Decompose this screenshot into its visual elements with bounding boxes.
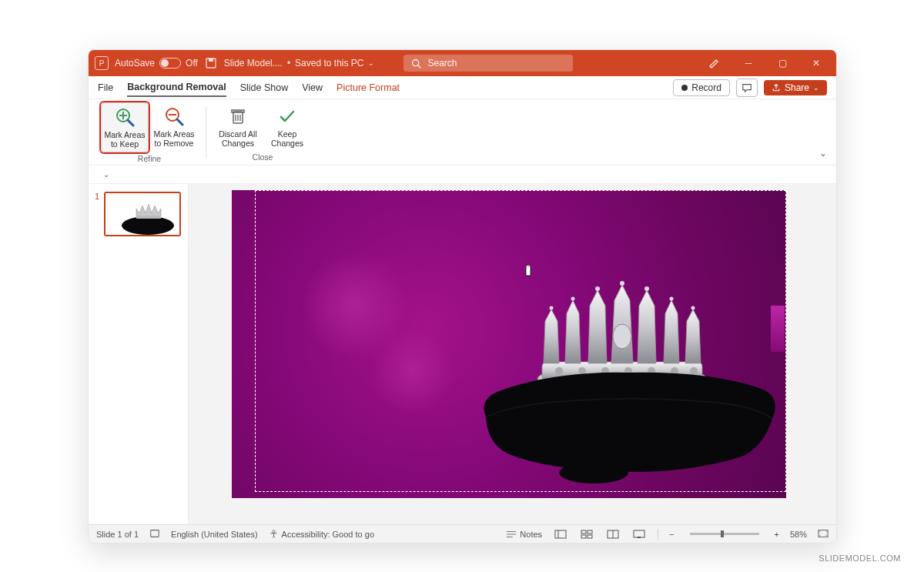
tab-slide-show[interactable]: Slide Show xyxy=(240,79,289,96)
svg-point-32 xyxy=(669,297,673,301)
record-label: Record xyxy=(691,82,721,93)
svg-point-15 xyxy=(122,216,174,235)
discard-label: Discard All Changes xyxy=(216,129,260,148)
svg-rect-45 xyxy=(581,535,586,538)
ribbon-collapse-button[interactable]: ⌄ xyxy=(819,148,827,159)
notes-icon xyxy=(506,530,517,539)
svg-rect-36 xyxy=(151,530,159,537)
reading-view-button[interactable] xyxy=(605,528,621,540)
mark-keep-icon xyxy=(114,106,136,128)
keep-icon xyxy=(276,105,298,127)
mark-remove-icon xyxy=(163,105,185,127)
doc-name-text: Slide Model.... xyxy=(224,58,283,69)
svg-rect-46 xyxy=(588,535,592,538)
save-state-text: Saved to this PC xyxy=(295,58,363,69)
mark-remove-label: Mark Areas to Remove xyxy=(152,129,196,148)
svg-point-31 xyxy=(644,286,649,291)
pillow-image xyxy=(478,363,778,487)
normal-view-button[interactable] xyxy=(553,528,568,540)
ribbon-group-close: Discard All Changes Keep Changes Close xyxy=(206,102,319,163)
svg-rect-44 xyxy=(588,530,592,534)
svg-line-3 xyxy=(418,65,420,67)
zoom-slider[interactable] xyxy=(690,533,759,535)
keep-changes-button[interactable]: Keep Changes xyxy=(263,102,311,151)
svg-rect-16 xyxy=(136,216,161,219)
record-button[interactable]: Record xyxy=(673,79,730,96)
artifact-strip xyxy=(771,306,785,352)
svg-point-30 xyxy=(620,281,624,286)
svg-point-2 xyxy=(413,59,419,65)
slide-canvas-area[interactable] xyxy=(189,184,836,524)
fit-to-window-button[interactable] xyxy=(818,529,829,540)
accessibility-status[interactable]: Accessibility: Good to go xyxy=(269,529,374,539)
zoom-level[interactable]: 58% xyxy=(790,530,807,539)
svg-rect-49 xyxy=(634,530,644,537)
attribution-watermark: SLIDEMODEL.COM xyxy=(819,554,901,563)
chevron-down-icon: ⌄ xyxy=(368,59,374,67)
record-dot-icon xyxy=(681,85,688,91)
bokeh-blob xyxy=(370,329,455,413)
autosave-state: Off xyxy=(186,58,198,69)
search-box[interactable]: Search xyxy=(403,55,573,72)
autosave-toggle[interactable]: AutoSave Off xyxy=(115,58,198,69)
svg-point-34 xyxy=(613,324,631,349)
toggle-switch-icon xyxy=(159,58,181,69)
close-button[interactable]: ✕ xyxy=(802,50,830,76)
powerpoint-window: P AutoSave Off Slide Model.... • Saved t… xyxy=(88,49,837,544)
minimize-button[interactable]: ─ xyxy=(735,50,762,76)
save-icon[interactable] xyxy=(204,56,218,70)
chevron-down-icon: ⌄ xyxy=(813,84,819,92)
svg-point-33 xyxy=(691,306,695,310)
slide-sorter-view-button[interactable] xyxy=(579,528,594,540)
svg-rect-41 xyxy=(555,530,566,538)
search-icon xyxy=(411,59,421,69)
discard-all-changes-button[interactable]: Discard All Changes xyxy=(214,102,262,151)
slide-canvas[interactable] xyxy=(232,190,786,498)
comments-button[interactable] xyxy=(736,79,758,97)
autosave-label: AutoSave xyxy=(115,58,155,69)
group-refine-label: Refine xyxy=(138,154,161,163)
notes-button[interactable]: Notes xyxy=(506,530,542,539)
tab-background-removal[interactable]: Background Removal xyxy=(127,79,226,97)
ribbon-tabs: File Background Removal Slide Show View … xyxy=(89,76,836,99)
qat-dropdown-icon[interactable]: ⌄ xyxy=(99,168,113,181)
group-close-label: Close xyxy=(253,152,273,162)
document-title[interactable]: Slide Model.... • Saved to this PC ⌄ xyxy=(224,58,375,69)
pen-cursor-icon xyxy=(524,263,532,277)
spellcheck-icon[interactable] xyxy=(149,528,160,540)
accessibility-icon xyxy=(269,529,279,539)
share-label: Share xyxy=(785,82,809,93)
mark-keep-label: Mark Areas to Keep xyxy=(103,130,146,149)
slide-thumbnail-1[interactable] xyxy=(104,192,181,236)
ribbon-toolbar: Mark Areas to Keep Mark Areas to Remove … xyxy=(89,99,836,166)
search-placeholder: Search xyxy=(427,58,457,69)
svg-point-29 xyxy=(595,286,600,291)
language-status[interactable]: English (United States) xyxy=(171,530,258,539)
mark-areas-to-keep-button[interactable]: Mark Areas to Keep xyxy=(101,102,149,152)
zoom-in-button[interactable]: + xyxy=(775,530,779,539)
share-button[interactable]: Share ⌄ xyxy=(764,80,827,95)
title-bar: P AutoSave Off Slide Model.... • Saved t… xyxy=(89,50,836,76)
tab-view[interactable]: View xyxy=(302,79,323,96)
tab-picture-format[interactable]: Picture Format xyxy=(336,79,400,96)
status-bar: Slide 1 of 1 English (United States) Acc… xyxy=(89,524,836,543)
slide-position: Slide 1 of 1 xyxy=(96,530,139,539)
work-area: 1 xyxy=(89,184,836,524)
svg-point-35 xyxy=(559,462,628,483)
svg-point-28 xyxy=(571,297,574,301)
app-icon: P xyxy=(95,56,109,70)
slideshow-view-button[interactable] xyxy=(631,528,647,540)
tab-file[interactable]: File xyxy=(98,79,113,96)
svg-point-27 xyxy=(549,306,553,310)
thumbnail-panel: 1 xyxy=(89,184,189,524)
maximize-button[interactable]: ▢ xyxy=(768,50,796,76)
svg-point-37 xyxy=(272,530,274,533)
thumbnail-number: 1 xyxy=(95,192,99,236)
share-icon xyxy=(772,83,781,92)
mark-areas-to-remove-button[interactable]: Mark Areas to Remove xyxy=(150,102,198,152)
discard-icon xyxy=(227,105,249,127)
svg-rect-43 xyxy=(581,530,586,534)
zoom-out-button[interactable]: − xyxy=(669,530,674,539)
svg-rect-1 xyxy=(209,59,213,62)
pen-input-icon[interactable] xyxy=(701,50,728,76)
